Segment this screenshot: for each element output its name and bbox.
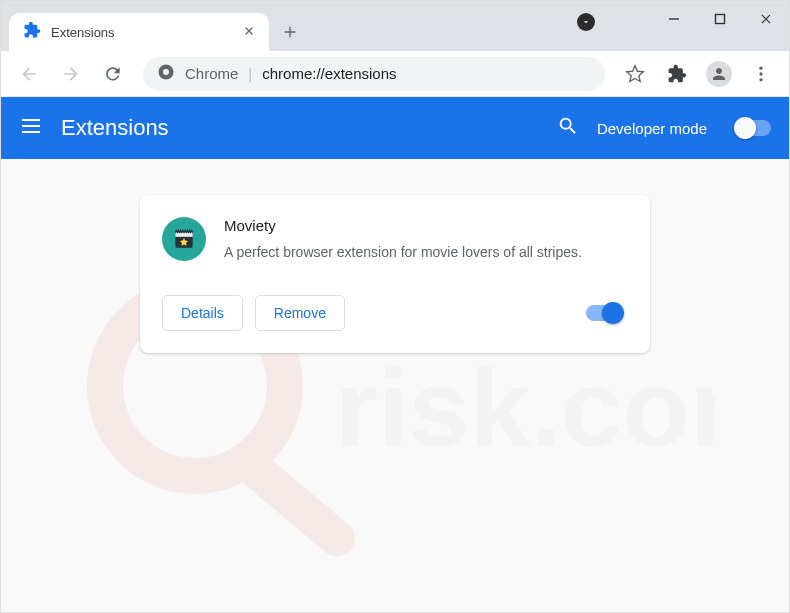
svg-point-3 (759, 66, 762, 69)
svg-point-2 (163, 69, 169, 75)
browser-tab[interactable]: Extensions (9, 13, 269, 51)
developer-mode-toggle[interactable] (735, 120, 771, 136)
developer-mode-label: Developer mode (597, 120, 707, 137)
details-button[interactable]: Details (162, 295, 243, 331)
hamburger-menu-icon[interactable] (19, 114, 43, 142)
omnibox-origin-label: Chrome (185, 65, 238, 82)
page-title: Extensions (61, 115, 539, 141)
new-tab-button[interactable] (273, 15, 307, 49)
search-icon[interactable] (557, 115, 579, 141)
extensions-puzzle-icon[interactable] (659, 56, 695, 92)
extension-info: Moviety A perfect browser extension for … (224, 217, 582, 263)
extension-enable-toggle[interactable] (586, 305, 622, 321)
extension-icon (162, 217, 206, 261)
svg-text:risk.com: risk.com (335, 346, 715, 469)
maximize-button[interactable] (697, 1, 743, 37)
forward-button[interactable] (53, 56, 89, 92)
puzzle-icon (23, 21, 41, 43)
toolbar: Chrome | chrome://extensions (1, 51, 789, 97)
bookmark-star-icon[interactable] (617, 56, 653, 92)
extension-card: Moviety A perfect browser extension for … (140, 195, 650, 353)
tab-title: Extensions (51, 25, 233, 40)
card-actions: Details Remove (162, 295, 628, 331)
back-button[interactable] (11, 56, 47, 92)
close-window-button[interactable] (743, 1, 789, 37)
address-bar[interactable]: Chrome | chrome://extensions (143, 57, 605, 91)
close-tab-icon[interactable] (243, 23, 255, 41)
extension-name: Moviety (224, 217, 582, 234)
kebab-menu-icon[interactable] (743, 56, 779, 92)
svg-point-5 (759, 78, 762, 81)
browser-window: Extensions Chrome | chrome://extensions (0, 0, 790, 613)
chrome-logo-icon (157, 63, 175, 85)
remove-button[interactable]: Remove (255, 295, 345, 331)
profile-avatar[interactable] (701, 56, 737, 92)
svg-rect-7 (232, 446, 362, 564)
window-controls (651, 1, 789, 37)
minimize-button[interactable] (651, 1, 697, 37)
omnibox-separator: | (248, 65, 252, 82)
reload-button[interactable] (95, 56, 131, 92)
card-body: Moviety A perfect browser extension for … (162, 217, 628, 263)
svg-point-4 (759, 72, 762, 75)
extension-description: A perfect browser extension for movie lo… (224, 242, 582, 263)
titlebar: Extensions (1, 1, 789, 51)
tab-search-button[interactable] (577, 13, 595, 31)
omnibox-url: chrome://extensions (262, 65, 396, 82)
extensions-header: Extensions Developer mode (1, 97, 789, 159)
content-area: risk.com Moviety A perfect browser exten… (1, 159, 789, 612)
svg-rect-0 (716, 15, 725, 24)
